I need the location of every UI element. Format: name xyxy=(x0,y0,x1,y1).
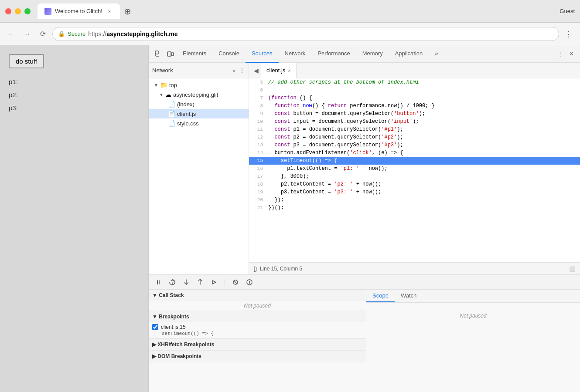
tree-item-domain[interactable]: ▼ ☁ asyncstepping.glit xyxy=(149,90,249,99)
addressbar: ← → ⟳ 🔒 Secure https://asyncstepping.gli… xyxy=(0,23,580,45)
watch-tab[interactable]: Watch xyxy=(395,290,423,302)
code-line-13: 13 const p3 = document.querySelector('#p… xyxy=(249,141,580,149)
code-panel: ◀ client.js × 5 // add other scripts at … xyxy=(249,63,580,274)
deactivate-breakpoints-button[interactable] xyxy=(230,277,241,287)
devtools-tabs: Elements Console Sources Network Perform… xyxy=(177,45,555,63)
xhr-breakpoints-header[interactable]: ▶ XHR/fetch Breakpoints xyxy=(149,339,366,350)
code-line-14: 14 button.addEventListener('click', (e) … xyxy=(249,149,580,157)
p2-label: p2: xyxy=(9,88,140,101)
dom-breakpoints-header[interactable]: ▶ DOM Breakpoints xyxy=(149,351,366,362)
cursor-position: Line 15, Column 5 xyxy=(260,266,302,272)
devtools-body: Network » ⋮ ▼ 📁 top ▼ xyxy=(149,63,580,274)
breakpoint-code-1: setTimeout(() => { xyxy=(152,331,362,336)
tree-item-stylecss[interactable]: 📄 style.css xyxy=(149,118,249,128)
tree-label-domain: asyncstepping.glit xyxy=(173,91,218,98)
secure-icon: 🔒 xyxy=(58,30,65,37)
expand-icon[interactable]: ⬜ xyxy=(569,266,576,272)
url-prefix: https://asyncstepping.glitch.me xyxy=(88,30,177,37)
step-into-button[interactable] xyxy=(181,277,191,287)
pause-resume-button[interactable]: ⏸ xyxy=(153,277,164,287)
code-tab-close[interactable]: × xyxy=(288,68,290,73)
tab-close-button[interactable]: × xyxy=(106,8,113,15)
tab-performance[interactable]: Performance xyxy=(311,45,356,63)
more-options-button[interactable]: ⋮ xyxy=(563,28,575,40)
file-panel-more[interactable]: » xyxy=(232,68,235,74)
code-line-6: 6 xyxy=(249,86,580,94)
tree-item-clientjs[interactable]: 📄 client.js xyxy=(149,109,249,118)
tab-application[interactable]: Application xyxy=(389,45,429,63)
forward-button[interactable]: → xyxy=(21,28,33,40)
scope-not-paused-label: Not paused xyxy=(460,313,486,319)
scope-tab[interactable]: Scope xyxy=(366,290,395,302)
breakpoint-checkbox-1[interactable] xyxy=(152,324,158,330)
titlebar: Welcome to Glitch! × ⊕ Guest xyxy=(0,0,580,23)
step-over-button[interactable] xyxy=(167,277,177,287)
tree-item-top[interactable]: ▼ 📁 top xyxy=(149,80,249,90)
dom-breakpoints-label: ▶ DOM Breakpoints xyxy=(152,353,201,359)
close-traffic-light[interactable] xyxy=(5,8,11,14)
file-icon-clientjs: 📄 xyxy=(168,110,175,117)
code-line-9: 9 const button = document.querySelector(… xyxy=(249,110,580,118)
code-line-21: 21 })(); xyxy=(249,204,580,212)
callstack-section: ▼ Call Stack Not paused xyxy=(149,290,366,311)
browser-content: do stuff p1: p2: p3: xyxy=(0,45,148,392)
new-tab-button[interactable]: ⊕ xyxy=(122,5,134,17)
tree-arrow-domain: ▼ xyxy=(159,92,164,97)
active-tab[interactable]: Welcome to Glitch! × xyxy=(38,3,120,19)
xhr-breakpoints-label: ▶ XHR/fetch Breakpoints xyxy=(152,341,214,348)
tab-favicon xyxy=(44,8,51,15)
file-panel-title: Network xyxy=(152,67,231,74)
code-line-20: 20 }); xyxy=(249,196,580,204)
tree-arrow-top: ▼ xyxy=(154,83,158,88)
back-button[interactable]: ← xyxy=(5,28,17,40)
settings-icon[interactable]: ⋮ xyxy=(555,49,565,59)
scope-tabs: Scope Watch xyxy=(366,290,580,303)
scope-not-paused: Not paused xyxy=(366,303,580,329)
address-bar[interactable]: 🔒 Secure https://asyncstepping.glitch.me xyxy=(52,27,559,41)
callstack-header[interactable]: ▼ Call Stack xyxy=(149,290,366,301)
scope-panel: Scope Watch Not paused xyxy=(366,290,580,392)
tab-memory[interactable]: Memory xyxy=(356,45,389,63)
element-selector-icon[interactable] xyxy=(152,48,164,60)
breakpoints-label: ▼ Breakpoints xyxy=(152,314,189,320)
file-panel-menu[interactable]: ⋮ xyxy=(239,67,245,74)
svg-rect-2 xyxy=(171,53,174,56)
traffic-lights xyxy=(5,8,31,14)
code-line-16: 16 p1.textContent = 'p1: ' + now(); xyxy=(249,165,580,172)
code-line-12: 12 const p2 = document.querySelector('#p… xyxy=(249,133,580,141)
reload-button[interactable]: ⟳ xyxy=(37,28,49,40)
tree-label-stylecss: style.css xyxy=(177,120,199,127)
devtools-topbar: Elements Console Sources Network Perform… xyxy=(149,45,580,63)
code-line-15: 15 setTimeout(() => { xyxy=(249,157,580,165)
code-line-17: 17 }, 3000); xyxy=(249,172,580,180)
tab-bar: Welcome to Glitch! × ⊕ xyxy=(38,3,556,19)
tab-sources[interactable]: Sources xyxy=(246,45,279,63)
format-icon[interactable]: {} xyxy=(253,265,257,272)
tab-more[interactable]: » xyxy=(429,45,444,63)
step-button[interactable] xyxy=(209,277,219,287)
tab-network[interactable]: Network xyxy=(279,45,312,63)
tree-label-index: (index) xyxy=(177,101,194,108)
tab-elements[interactable]: Elements xyxy=(177,45,212,63)
debugger-panel: ⏸ xyxy=(149,274,580,392)
code-tab-clientjs[interactable]: client.js × xyxy=(261,63,297,78)
file-tree: ▼ 📁 top ▼ ☁ asyncstepping.glit 📄 xyxy=(149,78,249,274)
close-devtools-icon[interactable]: ✕ xyxy=(566,49,577,59)
do-stuff-button[interactable]: do stuff xyxy=(9,54,44,68)
maximize-traffic-light[interactable] xyxy=(24,8,31,14)
device-toolbar-icon[interactable] xyxy=(164,48,177,60)
step-out-button[interactable] xyxy=(195,277,205,287)
code-panel-back[interactable]: ◀ xyxy=(251,65,261,76)
p3-label: p3: xyxy=(9,101,140,115)
tab-console[interactable]: Console xyxy=(212,45,246,63)
code-tab-filename: client.js xyxy=(266,67,285,74)
minimize-traffic-light[interactable] xyxy=(15,8,21,14)
breakpoints-header[interactable]: ▼ Breakpoints xyxy=(149,311,366,322)
pause-on-exceptions-button[interactable] xyxy=(244,277,255,287)
tree-item-index[interactable]: 📄 (index) xyxy=(149,99,249,109)
code-content[interactable]: 5 // add other scripts at the bottom of … xyxy=(249,78,580,262)
devtools-panel: Elements Console Sources Network Perform… xyxy=(148,45,580,392)
code-line-10: 10 const input = document.querySelector(… xyxy=(249,118,580,125)
code-line-5: 5 // add other scripts at the bottom of … xyxy=(249,78,580,86)
p1-label: p1: xyxy=(9,75,140,88)
